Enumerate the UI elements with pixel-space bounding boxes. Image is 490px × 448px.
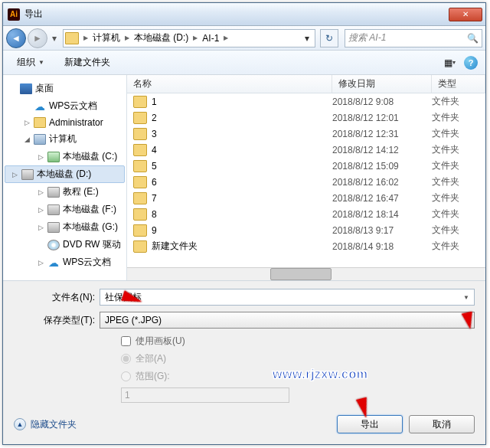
drive-icon xyxy=(21,169,34,180)
expander-icon[interactable]: ▷ xyxy=(37,206,44,214)
file-type: 文件夹 xyxy=(432,95,485,108)
folder-y-icon xyxy=(34,117,46,128)
tree-item[interactable]: ▷教程 (E:) xyxy=(3,183,126,201)
nav-arrows: ◄ ► ▾ xyxy=(6,28,60,48)
file-date: 2018/8/12 15:09 xyxy=(332,161,432,172)
file-date: 2018/8/12 9:08 xyxy=(332,96,432,107)
search-input[interactable]: 搜索 AI-1 🔍 xyxy=(345,29,482,47)
app-icon: Ai xyxy=(8,8,20,21)
tree-item-label: 教程 (E:) xyxy=(63,185,99,198)
file-name: 1 xyxy=(152,96,332,107)
expander-icon[interactable]: ▷ xyxy=(37,259,44,267)
view-button[interactable]: ▦▾ xyxy=(441,55,458,70)
breadcrumb[interactable]: ▶ 计算机 ▶ 本地磁盘 (D:) ▶ AI-1 ▶ ▾ xyxy=(63,29,315,47)
expander-icon[interactable]: ▷ xyxy=(37,224,44,231)
titlebar: Ai 导出 ✕ xyxy=(3,3,485,26)
folder-icon xyxy=(133,208,147,221)
breadcrumb-part[interactable]: 计算机 xyxy=(90,31,123,44)
file-name: 6 xyxy=(152,177,332,188)
tree-item-label: WPS云文档 xyxy=(63,256,111,269)
col-type[interactable]: 类型 xyxy=(432,75,485,93)
file-row[interactable]: 92018/8/13 9:17文件夹 xyxy=(127,222,485,238)
file-date: 2018/8/14 9:18 xyxy=(332,241,432,252)
expander-icon[interactable]: ▷ xyxy=(37,188,44,196)
tree-item[interactable]: ▷本地磁盘 (D:) xyxy=(5,165,125,183)
window-buttons: ✕ xyxy=(449,8,482,21)
file-date: 2018/8/12 14:12 xyxy=(332,145,432,155)
back-button[interactable]: ◄ xyxy=(6,28,26,48)
breadcrumb-part[interactable]: 本地磁盘 (D:) xyxy=(131,31,191,44)
expander-icon[interactable]: ▷ xyxy=(23,119,31,126)
file-name: 9 xyxy=(152,225,332,236)
toolbar: 组织 ▼ 新建文件夹 ▦▾ ? xyxy=(3,51,485,75)
export-dialog: Ai 导出 ✕ ◄ ► ▾ ▶ 计算机 ▶ 本地磁盘 (D:) ▶ AI-1 ▶… xyxy=(2,2,486,445)
breadcrumb-part[interactable]: AI-1 xyxy=(199,33,222,44)
sidebar[interactable]: 桌面☁WPS云文档▷Administrator◢计算机▷本地磁盘 (C:)▷本地… xyxy=(3,75,127,280)
file-date: 2018/8/12 16:47 xyxy=(332,193,432,204)
cancel-button[interactable]: 取消 xyxy=(409,415,475,433)
tree-item[interactable]: ▷本地磁盘 (G:) xyxy=(3,218,126,236)
col-date[interactable]: 修改日期 xyxy=(332,75,432,93)
close-button[interactable]: ✕ xyxy=(449,8,482,21)
expander-icon[interactable]: ▷ xyxy=(37,153,44,161)
tree-item-label: 本地磁盘 (C:) xyxy=(63,150,117,163)
expander-icon[interactable]: ▷ xyxy=(11,171,18,178)
export-button[interactable]: 导出 xyxy=(337,415,403,433)
chevron-right-icon: ▶ xyxy=(191,34,199,41)
file-type: 文件夹 xyxy=(432,240,485,253)
savetype-label: 保存类型(T): xyxy=(14,314,100,327)
organize-menu[interactable]: 组织 ▼ xyxy=(9,54,52,71)
tree-item-label: 桌面 xyxy=(35,82,54,95)
file-name: 新建文件夹 xyxy=(152,240,332,253)
folder-icon xyxy=(133,144,147,156)
window-title: 导出 xyxy=(24,8,449,21)
filename-label: 文件名(N): xyxy=(14,291,100,304)
file-type: 文件夹 xyxy=(432,208,485,221)
file-row[interactable]: 82018/8/12 18:14文件夹 xyxy=(127,206,485,222)
tree-item-label: DVD RW 驱动 xyxy=(63,238,121,251)
file-type: 文件夹 xyxy=(432,159,485,172)
new-folder-button[interactable]: 新建文件夹 xyxy=(57,54,118,71)
breadcrumb-dropdown[interactable]: ▾ xyxy=(301,33,313,44)
tree-item[interactable]: ☁WPS云文档 xyxy=(3,97,126,115)
forward-button[interactable]: ► xyxy=(28,28,47,48)
refresh-button[interactable]: ↻ xyxy=(320,29,338,47)
filename-input[interactable]: 社保图标▼ xyxy=(100,289,475,306)
desktop-icon xyxy=(20,83,32,94)
footer: ▲ 隐藏文件夹 导出 取消 xyxy=(3,407,485,444)
file-row[interactable]: 72018/8/12 16:47文件夹 xyxy=(127,190,485,206)
tree-item[interactable]: 桌面 xyxy=(3,80,126,97)
tree-item[interactable]: ▷☁WPS云文档 xyxy=(3,253,126,271)
file-type: 文件夹 xyxy=(432,224,485,237)
use-artboard-checkbox[interactable] xyxy=(121,336,131,346)
file-row[interactable]: 52018/8/12 15:09文件夹 xyxy=(127,158,485,174)
file-row[interactable]: 42018/8/12 14:12文件夹 xyxy=(127,142,485,158)
file-row[interactable]: 32018/8/12 12:31文件夹 xyxy=(127,126,485,142)
tree-item[interactable]: ◢计算机 xyxy=(3,130,126,148)
tree-item-label: WPS云文档 xyxy=(49,100,97,113)
all-radio xyxy=(121,354,131,364)
help-button[interactable]: ? xyxy=(462,55,479,70)
expander-icon[interactable]: ◢ xyxy=(23,136,31,143)
dialog-body: 桌面☁WPS云文档▷Administrator◢计算机▷本地磁盘 (C:)▷本地… xyxy=(3,75,485,280)
file-type: 文件夹 xyxy=(432,191,485,204)
folder-icon xyxy=(133,160,147,172)
scrollbar-thumb[interactable] xyxy=(270,268,332,280)
tree-item[interactable]: ▷Administrator xyxy=(3,115,126,130)
col-name[interactable]: 名称 xyxy=(127,75,332,93)
cloud-icon: ☁ xyxy=(47,257,60,268)
tree-item[interactable]: DVD RW 驱动 xyxy=(3,236,126,253)
search-icon: 🔍 xyxy=(467,33,479,44)
file-row[interactable]: 22018/8/12 12:01文件夹 xyxy=(127,110,485,126)
hide-folders-toggle[interactable]: ▲ 隐藏文件夹 xyxy=(14,418,77,431)
nav-history-dropdown[interactable]: ▾ xyxy=(49,31,60,46)
file-row[interactable]: 新建文件夹2018/8/14 9:18文件夹 xyxy=(127,238,485,254)
savetype-select[interactable]: JPEG (*.JPG) ▼ xyxy=(100,312,475,329)
tree-item[interactable]: ▷本地磁盘 (F:) xyxy=(3,201,126,218)
tree-item[interactable]: ▷本地磁盘 (C:) xyxy=(3,148,126,165)
file-list[interactable]: 12018/8/12 9:08文件夹22018/8/12 12:01文件夹320… xyxy=(127,93,485,267)
file-row[interactable]: 12018/8/12 9:08文件夹 xyxy=(127,93,485,110)
file-row[interactable]: 62018/8/12 16:02文件夹 xyxy=(127,174,485,190)
horizontal-scrollbar[interactable] xyxy=(127,267,485,280)
chevron-right-icon: ▶ xyxy=(82,34,90,41)
